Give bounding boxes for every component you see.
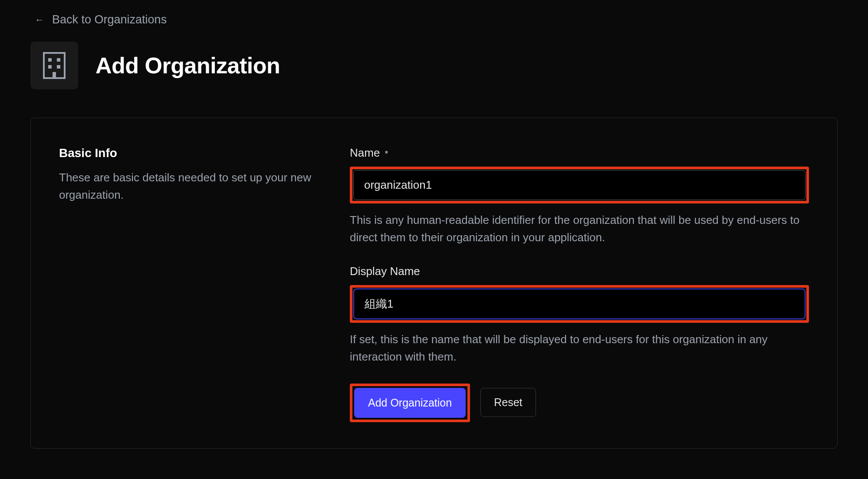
submit-highlight-annotation: Add Organization bbox=[350, 384, 470, 422]
display-name-help-text: If set, this is the name that will be di… bbox=[350, 331, 809, 366]
svg-rect-5 bbox=[53, 72, 56, 78]
back-to-organizations-link[interactable]: ← Back to Organizations bbox=[35, 13, 167, 26]
name-highlight-annotation bbox=[350, 167, 809, 203]
display-name-field-group: Display Name If set, this is the name th… bbox=[350, 265, 809, 366]
back-link-label: Back to Organizations bbox=[52, 13, 167, 26]
display-name-highlight-annotation bbox=[350, 285, 809, 323]
name-input[interactable] bbox=[353, 170, 806, 200]
form-actions: Add Organization Reset bbox=[350, 384, 809, 422]
name-help-text: This is any human-readable identifier fo… bbox=[350, 211, 809, 246]
section-info: Basic Info These are basic details neede… bbox=[59, 146, 319, 422]
section-title: Basic Info bbox=[59, 146, 319, 160]
form-fields: Name * This is any human-readable identi… bbox=[350, 146, 809, 422]
svg-rect-3 bbox=[48, 65, 52, 69]
required-indicator: * bbox=[385, 149, 388, 158]
building-icon bbox=[42, 51, 66, 80]
name-field-group: Name * This is any human-readable identi… bbox=[350, 146, 809, 246]
section-description: These are basic details needed to set up… bbox=[59, 169, 319, 204]
display-name-label: Display Name bbox=[350, 265, 809, 278]
name-label: Name * bbox=[350, 146, 809, 160]
add-organization-button[interactable]: Add Organization bbox=[354, 388, 466, 418]
page-header: Add Organization bbox=[30, 42, 838, 89]
reset-button[interactable]: Reset bbox=[480, 388, 536, 417]
svg-rect-4 bbox=[57, 65, 60, 69]
page-title: Add Organization bbox=[95, 52, 280, 79]
display-name-input[interactable] bbox=[353, 289, 806, 319]
organization-icon-box bbox=[30, 42, 78, 89]
name-label-text: Name bbox=[350, 146, 380, 159]
svg-rect-1 bbox=[48, 58, 52, 62]
svg-rect-2 bbox=[57, 58, 60, 62]
form-card: Basic Info These are basic details neede… bbox=[30, 118, 838, 449]
arrow-left-icon: ← bbox=[35, 14, 44, 26]
